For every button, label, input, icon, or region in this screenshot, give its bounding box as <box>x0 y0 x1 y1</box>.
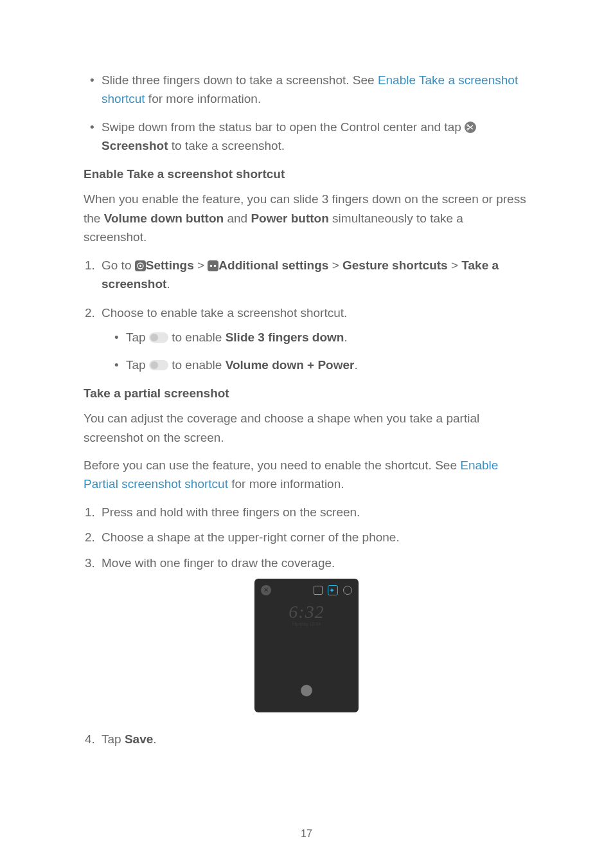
label-screenshot: Screenshot <box>102 139 168 152</box>
text: . <box>166 277 170 291</box>
list-item: 2.Choose a shape at the upper-right corn… <box>102 528 529 547</box>
text: Swipe down from the status bar to open t… <box>102 120 465 134</box>
text: Slide three fingers down to take a scree… <box>102 73 378 87</box>
list-item: 4.Tap Save. <box>102 730 529 748</box>
document-page: Slide three fingers down to take a scree… <box>0 0 613 868</box>
numbered-list-1: 1. Go to Settings > Additional settings … <box>84 256 529 375</box>
heading-enable-shortcut: Enable Take a screenshot shortcut <box>84 165 529 183</box>
bullet-item: Slide three fingers down to take a scree… <box>102 71 529 109</box>
label-volume-power: Volume down + Power <box>226 358 355 372</box>
text: Before you can use the feature, you need… <box>84 458 460 472</box>
circle-shape-icon <box>343 586 352 595</box>
list-item: 2. Choose to enable take a screenshot sh… <box>102 303 529 374</box>
list-number: 1. <box>85 256 95 275</box>
paragraph: You can adjust the coverage and choose a… <box>84 409 529 447</box>
list-number: 3. <box>85 554 95 572</box>
settings-icon <box>135 260 146 271</box>
text: . <box>354 358 357 372</box>
clock-date: Monday 10/24 <box>254 621 359 628</box>
label-save: Save <box>125 732 153 746</box>
label-slide-3-fingers: Slide 3 fingers down <box>226 330 344 344</box>
phone-top-bar: ✕ <box>261 584 352 597</box>
scissors-icon <box>465 122 476 133</box>
heading-partial-screenshot: Take a partial screenshot <box>84 384 529 402</box>
separator: > <box>194 258 208 272</box>
numbered-list-2: 1.Press and hold with three fingers on t… <box>84 503 529 572</box>
page-number: 17 <box>0 826 613 842</box>
numbered-list-3: 4.Tap Save. <box>84 730 529 748</box>
shape-selector <box>314 585 352 595</box>
square-shape-icon <box>314 586 323 595</box>
label-volume-down: Volume down button <box>104 212 224 225</box>
bullet-list-1: Slide three fingers down to take a scree… <box>84 71 529 156</box>
text: Tap <box>126 330 149 344</box>
svg-point-5 <box>139 264 141 266</box>
star-shape-icon <box>328 585 338 595</box>
bullet-item: Tap to enable Slide 3 fingers down. <box>126 328 529 347</box>
list-number: 2. <box>85 528 95 547</box>
svg-point-8 <box>214 264 216 266</box>
text: . <box>153 732 156 746</box>
label-gesture-shortcuts: Gesture shortcuts <box>342 258 448 272</box>
label-power-button: Power button <box>251 212 328 225</box>
text: Press and hold with three fingers on the… <box>102 505 360 519</box>
list-item: 1.Press and hold with three fingers on t… <box>102 503 529 521</box>
text: . <box>344 330 347 344</box>
text: Tap <box>126 358 149 372</box>
paragraph: Before you can use the feature, you need… <box>84 456 529 494</box>
phone-illustration: ✕ 6:32 Monday 10/24 <box>84 579 529 718</box>
label-additional-settings: Additional settings <box>218 258 328 272</box>
text: Tap <box>102 732 125 746</box>
list-item: 1. Go to Settings > Additional settings … <box>102 256 529 294</box>
close-icon: ✕ <box>261 585 271 595</box>
list-number: 2. <box>85 303 95 322</box>
text: and <box>224 212 251 225</box>
list-number: 4. <box>85 730 95 748</box>
list-item: 3.Move with one finger to draw the cover… <box>102 554 529 572</box>
text: Choose a shape at the upper-right corner… <box>102 530 400 544</box>
svg-point-7 <box>210 264 212 266</box>
text: Move with one finger to draw the coverag… <box>102 556 335 570</box>
paragraph: When you enable the feature, you can sli… <box>84 190 529 246</box>
sub-bullet-list: Tap to enable Slide 3 fingers down. Tap … <box>102 328 529 375</box>
bullet-item: Tap to enable Volume down + Power. <box>126 356 529 374</box>
finger-indicator <box>301 685 312 696</box>
additional-settings-icon <box>208 260 218 271</box>
separator: > <box>448 258 462 272</box>
text: Go to <box>102 258 135 272</box>
phone-screen: ✕ 6:32 Monday 10/24 <box>254 579 359 712</box>
text: to enable <box>168 330 226 344</box>
toggle-off-icon <box>149 360 168 370</box>
bullet-item: Swipe down from the status bar to open t… <box>102 118 529 156</box>
label-settings: Settings <box>146 258 194 272</box>
text: Choose to enable take a screenshot short… <box>102 306 347 320</box>
text: to enable <box>168 358 226 372</box>
list-number: 1. <box>85 503 95 521</box>
svg-rect-6 <box>208 260 218 271</box>
text: for more information. <box>145 92 262 105</box>
separator: > <box>328 258 342 272</box>
text: for more information. <box>228 477 344 491</box>
toggle-off-icon <box>149 332 168 343</box>
text: to take a screenshot. <box>168 139 285 152</box>
